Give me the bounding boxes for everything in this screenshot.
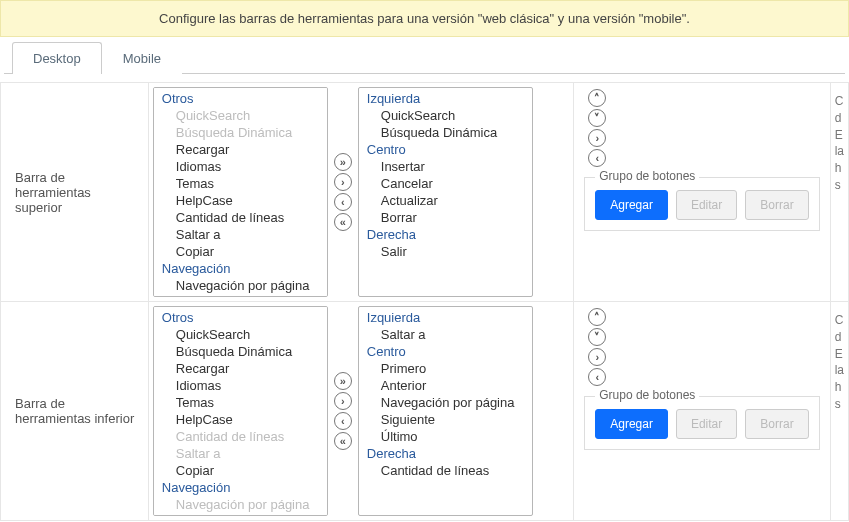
list-item[interactable]: Salir (359, 243, 532, 260)
edit-button: Editar (676, 190, 737, 220)
edit-button: Editar (676, 409, 737, 439)
row-label-bottom: Barra de herramientas inferior (1, 302, 149, 521)
list-item[interactable]: Copiar (154, 462, 327, 479)
picker-bottom: OtrosQuickSearchBúsqueda DinámicaRecarga… (148, 302, 573, 521)
move-right-icon[interactable]: › (334, 392, 352, 410)
list-category: Otros (154, 309, 327, 326)
truncated-text-bottom: C d E la h s (830, 302, 848, 521)
list-item[interactable]: Borrar (359, 209, 532, 226)
row-label-top: Barra de herramientas superior (1, 83, 149, 302)
list-item[interactable]: QuickSearch (154, 326, 327, 343)
move-all-left-icon[interactable]: « (334, 213, 352, 231)
config-table: Barra de herramientas superior OtrosQuic… (0, 82, 849, 521)
list-item[interactable]: Siguiente (359, 411, 532, 428)
tab-mobile[interactable]: Mobile (102, 42, 182, 74)
tabs-container: Desktop Mobile (4, 41, 845, 74)
picker-top: OtrosQuickSearchBúsqueda DinámicaRecarga… (148, 83, 573, 302)
move-left-group-icon[interactable]: ‹ (588, 368, 606, 386)
move-up-icon[interactable]: ˄ (588, 89, 606, 107)
list-category: Centro (359, 141, 532, 158)
button-group-fieldset-top: Grupo de botones Agregar Editar Borrar (584, 177, 819, 231)
list-item[interactable]: Temas (154, 394, 327, 411)
list-item[interactable]: Saltar a (154, 445, 327, 462)
selected-list-bottom[interactable]: IzquierdaSaltar aCentroPrimeroAnteriorNa… (358, 306, 533, 516)
available-list-top[interactable]: OtrosQuickSearchBúsqueda DinámicaRecarga… (153, 87, 328, 297)
add-button[interactable]: Agregar (595, 409, 668, 439)
list-item[interactable]: Último (359, 428, 532, 445)
selected-list-top[interactable]: IzquierdaQuickSearchBúsqueda DinámicaCen… (358, 87, 533, 297)
list-item[interactable]: Navegación por página (154, 496, 327, 513)
group-cell-top: ˄ ˅ › ‹ Grupo de botones Agregar Editar … (574, 83, 830, 302)
list-category: Izquierda (359, 309, 532, 326)
config-banner: Configure las barras de herramientas par… (0, 0, 849, 37)
tab-desktop[interactable]: Desktop (12, 42, 102, 74)
move-right-group-icon[interactable]: › (588, 129, 606, 147)
move-left-group-icon[interactable]: ‹ (588, 149, 606, 167)
list-item[interactable]: Primero (154, 294, 327, 297)
available-list-bottom[interactable]: OtrosQuickSearchBúsqueda DinámicaRecarga… (153, 306, 328, 516)
list-item[interactable]: HelpCase (154, 411, 327, 428)
list-item[interactable]: Recargar (154, 141, 327, 158)
move-up-icon[interactable]: ˄ (588, 308, 606, 326)
fieldset-legend: Grupo de botones (595, 388, 699, 402)
list-item[interactable]: Idiomas (154, 158, 327, 175)
list-item[interactable]: Idiomas (154, 377, 327, 394)
transfer-arrows-bottom: » › ‹ « (332, 306, 354, 516)
move-down-icon[interactable]: ˅ (588, 109, 606, 127)
list-item[interactable]: Saltar a (359, 326, 532, 343)
list-item[interactable]: Navegación por página (154, 277, 327, 294)
list-category: Derecha (359, 226, 532, 243)
button-group-fieldset-bottom: Grupo de botones Agregar Editar Borrar (584, 396, 819, 450)
list-item[interactable]: Temas (154, 175, 327, 192)
move-right-icon[interactable]: › (334, 173, 352, 191)
list-item[interactable]: Cantidad de líneas (359, 462, 532, 479)
list-category: Izquierda (359, 90, 532, 107)
list-item[interactable]: Búsqueda Dinámica (154, 124, 327, 141)
list-item[interactable]: Navegación por página (359, 394, 532, 411)
move-all-right-icon[interactable]: » (334, 153, 352, 171)
delete-button: Borrar (745, 190, 808, 220)
fieldset-legend: Grupo de botones (595, 169, 699, 183)
list-item[interactable]: QuickSearch (154, 107, 327, 124)
list-item[interactable]: Saltar a (154, 226, 327, 243)
move-all-left-icon[interactable]: « (334, 432, 352, 450)
list-item[interactable]: Recargar (154, 360, 327, 377)
list-item[interactable]: Insertar (359, 158, 532, 175)
delete-button: Borrar (745, 409, 808, 439)
row-top-toolbar: Barra de herramientas superior OtrosQuic… (1, 83, 849, 302)
move-down-icon[interactable]: ˅ (588, 328, 606, 346)
list-item[interactable]: QuickSearch (359, 107, 532, 124)
add-button[interactable]: Agregar (595, 190, 668, 220)
group-cell-bottom: ˄ ˅ › ‹ Grupo de botones Agregar Editar … (574, 302, 830, 521)
truncated-text-top: C d E la h s (830, 83, 848, 302)
tabs: Desktop Mobile (4, 41, 845, 74)
list-item[interactable]: Copiar (154, 243, 327, 260)
move-left-icon[interactable]: ‹ (334, 412, 352, 430)
list-item[interactable]: Cantidad de líneas (154, 428, 327, 445)
move-all-right-icon[interactable]: » (334, 372, 352, 390)
list-item[interactable]: Actualizar (359, 192, 532, 209)
list-item[interactable]: HelpCase (154, 192, 327, 209)
list-category: Navegación (154, 260, 327, 277)
list-item[interactable]: Anterior (359, 377, 532, 394)
list-category: Navegación (154, 479, 327, 496)
move-left-icon[interactable]: ‹ (334, 193, 352, 211)
list-category: Derecha (359, 445, 532, 462)
row-bottom-toolbar: Barra de herramientas inferior OtrosQuic… (1, 302, 849, 521)
list-category: Otros (154, 90, 327, 107)
list-item[interactable]: Primero (154, 513, 327, 516)
list-item[interactable]: Búsqueda Dinámica (359, 124, 532, 141)
list-item[interactable]: Cancelar (359, 175, 532, 192)
move-right-group-icon[interactable]: › (588, 348, 606, 366)
transfer-arrows-top: » › ‹ « (332, 87, 354, 297)
list-category: Centro (359, 343, 532, 360)
list-item[interactable]: Primero (359, 360, 532, 377)
list-item[interactable]: Búsqueda Dinámica (154, 343, 327, 360)
list-item[interactable]: Cantidad de líneas (154, 209, 327, 226)
